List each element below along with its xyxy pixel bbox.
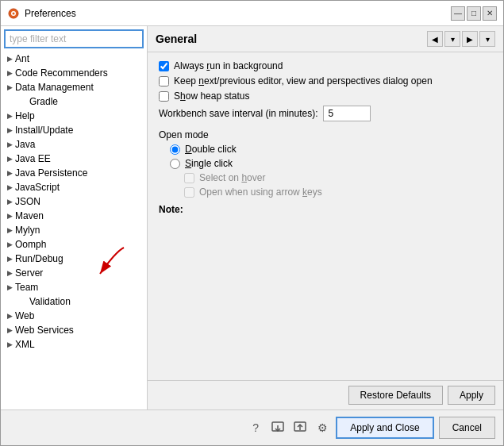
sidebar-item-validation[interactable]: ▶ Validation bbox=[1, 294, 147, 309]
sidebar-item-help[interactable]: ▶ Help bbox=[1, 109, 147, 123]
filter-input[interactable] bbox=[4, 29, 144, 48]
sidebar-item-maven[interactable]: ▶ Maven bbox=[1, 209, 147, 223]
sidebar-item-java-ee[interactable]: ▶ Java EE bbox=[1, 152, 147, 166]
sidebar-item-ant-label: Ant bbox=[15, 53, 29, 64]
select-on-hover-label: Select on hover bbox=[199, 172, 265, 183]
title-bar-left: Preferences bbox=[7, 7, 76, 20]
import-preferences-icon[interactable] bbox=[291, 419, 309, 436]
panel-header: General ◀ ▾ ▶ ▾ bbox=[148, 26, 503, 52]
sidebar-item-server[interactable]: ▶ Server bbox=[1, 266, 147, 280]
sidebar-item-gradle-label: Gradle bbox=[29, 96, 58, 107]
sidebar-item-gradle[interactable]: ▶ Gradle bbox=[1, 94, 147, 109]
expand-arrow-web: ▶ bbox=[4, 310, 15, 321]
keep-next-prev-checkbox[interactable] bbox=[159, 76, 169, 87]
panel-title: General bbox=[156, 33, 197, 45]
single-click-radio[interactable] bbox=[170, 159, 180, 169]
expand-arrow-oomph: ▶ bbox=[4, 239, 15, 250]
expand-arrow-java-ee: ▶ bbox=[4, 153, 15, 164]
sidebar-item-team[interactable]: ▶ Team bbox=[1, 280, 147, 294]
select-on-hover-checkbox[interactable] bbox=[184, 173, 194, 183]
apply-and-close-button[interactable]: Apply and Close bbox=[336, 417, 433, 439]
window-title: Preferences bbox=[25, 8, 76, 19]
sidebar-item-java-persistence[interactable]: ▶ Java Persistence bbox=[1, 166, 147, 180]
nav-dropdown-button[interactable]: ▾ bbox=[444, 31, 460, 47]
show-heap-status-label: Show heap status bbox=[174, 90, 249, 102]
always-run-background-row: Always run in background bbox=[159, 60, 492, 71]
note-text: Note: bbox=[159, 204, 492, 215]
restore-apply-buttons: Restore Defaults Apply bbox=[348, 386, 495, 405]
export-preferences-icon[interactable] bbox=[269, 419, 287, 436]
open-arrow-keys-checkbox[interactable] bbox=[184, 187, 194, 198]
main-content: ▶ Ant ▶ Code Recommenders ▶ Data Managem… bbox=[1, 26, 503, 409]
open-mode-label: Open mode bbox=[159, 129, 492, 140]
maximize-button[interactable]: □ bbox=[467, 6, 481, 21]
interval-row: Workbench save interval (in minutes): bbox=[159, 106, 492, 121]
nav-buttons: ◀ ▾ ▶ ▾ bbox=[427, 31, 495, 47]
sidebar-item-run-debug-label: Run/Debug bbox=[15, 253, 63, 264]
sidebar-item-java[interactable]: ▶ Java bbox=[1, 137, 147, 152]
always-run-background-label: Always run in background bbox=[174, 60, 283, 71]
close-button[interactable]: ✕ bbox=[483, 6, 497, 21]
expand-arrow-data-management: ▶ bbox=[4, 82, 15, 93]
double-click-row: Double click bbox=[170, 144, 492, 155]
double-click-label: Double click bbox=[185, 144, 237, 155]
nav-forward-button[interactable]: ▶ bbox=[462, 31, 478, 47]
sidebar-item-json-label: JSON bbox=[15, 196, 40, 207]
restore-defaults-button[interactable]: Restore Defaults bbox=[348, 386, 443, 405]
sidebar-item-xml[interactable]: ▶ XML bbox=[1, 337, 147, 352]
help-icon[interactable]: ? bbox=[247, 419, 264, 436]
sidebar-item-data-management-label: Data Management bbox=[15, 82, 94, 93]
sidebar-item-mylyn[interactable]: ▶ Mylyn bbox=[1, 223, 147, 237]
right-panel: General ◀ ▾ ▶ ▾ Always run in background bbox=[148, 26, 503, 409]
select-on-hover-row: Select on hover bbox=[184, 172, 492, 183]
keep-next-prev-label: Keep next/previous editor, view and pers… bbox=[174, 75, 433, 87]
expand-arrow-javascript: ▶ bbox=[4, 182, 15, 193]
always-run-background-checkbox[interactable] bbox=[159, 61, 169, 71]
expand-arrow-maven: ▶ bbox=[4, 210, 15, 221]
interval-input[interactable] bbox=[323, 106, 371, 121]
expand-arrow-java: ▶ bbox=[4, 139, 15, 150]
nav-back-button[interactable]: ◀ bbox=[427, 31, 443, 47]
single-click-row: Single click bbox=[170, 158, 492, 169]
show-heap-status-checkbox[interactable] bbox=[159, 91, 169, 102]
cancel-button[interactable]: Cancel bbox=[439, 417, 495, 439]
sidebar-item-web-services[interactable]: ▶ Web Services bbox=[1, 323, 147, 337]
open-arrow-keys-row: Open when using arrow keys bbox=[184, 186, 492, 198]
settings-icon[interactable]: ⚙ bbox=[314, 419, 331, 436]
single-click-label: Single click bbox=[185, 158, 233, 169]
sidebar-item-team-label: Team bbox=[15, 282, 38, 293]
sidebar-item-ant[interactable]: ▶ Ant bbox=[1, 52, 147, 66]
panel-body: Always run in background Keep next/previ… bbox=[148, 52, 503, 380]
double-click-radio[interactable] bbox=[170, 144, 180, 155]
sidebar-item-web[interactable]: ▶ Web bbox=[1, 309, 147, 323]
apply-button[interactable]: Apply bbox=[448, 386, 495, 405]
sidebar-item-help-label: Help bbox=[15, 110, 35, 121]
sidebar-item-server-label: Server bbox=[15, 267, 43, 279]
svg-point-2 bbox=[13, 12, 15, 14]
expand-arrow-web-services: ▶ bbox=[4, 325, 15, 336]
expand-arrow-java-persistence: ▶ bbox=[4, 167, 15, 179]
expand-arrow-mylyn: ▶ bbox=[4, 225, 15, 236]
sidebar-item-run-debug[interactable]: ▶ Run/Debug bbox=[1, 252, 147, 266]
open-arrow-keys-label: Open when using arrow keys bbox=[199, 186, 322, 198]
sidebar-item-xml-label: XML bbox=[15, 339, 35, 350]
tree-container[interactable]: ▶ Ant ▶ Code Recommenders ▶ Data Managem… bbox=[1, 52, 147, 409]
bottom-icons: ? ⚙ bbox=[247, 419, 331, 436]
sidebar-item-oomph-label: Oomph bbox=[15, 239, 46, 250]
sidebar-item-json[interactable]: ▶ JSON bbox=[1, 194, 147, 209]
sidebar-item-data-management[interactable]: ▶ Data Management bbox=[1, 80, 147, 94]
sidebar-item-install-update[interactable]: ▶ Install/Update bbox=[1, 123, 147, 137]
sidebar-item-javascript[interactable]: ▶ JavaScript bbox=[1, 180, 147, 194]
nav-forward-dropdown-button[interactable]: ▾ bbox=[479, 31, 495, 47]
app-icon bbox=[7, 7, 20, 20]
expand-arrow-help: ▶ bbox=[4, 110, 15, 121]
title-bar: Preferences — □ ✕ bbox=[1, 1, 503, 26]
sidebar-item-code-recommenders[interactable]: ▶ Code Recommenders bbox=[1, 66, 147, 80]
expand-arrow-ant: ▶ bbox=[4, 53, 15, 64]
sidebar-item-oomph[interactable]: ▶ Oomph bbox=[1, 237, 147, 252]
sidebar-item-code-recommenders-label: Code Recommenders bbox=[15, 67, 108, 79]
show-heap-status-row: Show heap status bbox=[159, 90, 492, 102]
sidebar-item-web-label: Web bbox=[15, 310, 34, 321]
restore-apply-bar: Restore Defaults Apply bbox=[148, 380, 503, 409]
minimize-button[interactable]: — bbox=[451, 6, 465, 21]
